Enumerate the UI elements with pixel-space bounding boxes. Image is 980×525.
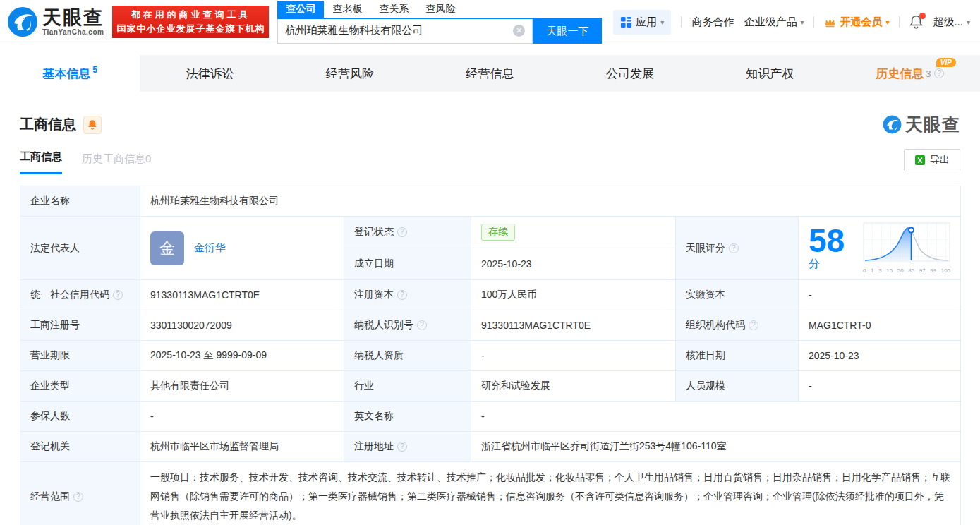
- notifications-bell[interactable]: [909, 15, 923, 29]
- help-icon[interactable]: ?: [934, 68, 944, 78]
- menu-apps[interactable]: 应用 ▾: [613, 10, 671, 35]
- approval-date-value: 2025-10-23: [799, 341, 961, 371]
- reg-number-label: 工商注册号: [20, 310, 140, 341]
- reg-capital-label: 注册资本?: [344, 280, 471, 310]
- help-icon[interactable]: ?: [73, 492, 83, 502]
- menu-enterprise[interactable]: 企业级产品 ▾: [744, 16, 804, 29]
- search-button[interactable]: 天眼一下: [533, 19, 602, 44]
- taxpayer-quality-value: -: [471, 341, 676, 371]
- company-name-value: 杭州珀莱雅生物科技有限公司: [140, 186, 961, 217]
- site-header: 天眼查 TianYanCha.com 都在用的商业查询工具 国家中小企业发展子基…: [0, 0, 980, 44]
- score-axis-ticks: 0131550859799100: [863, 267, 950, 274]
- help-icon[interactable]: ?: [397, 442, 407, 452]
- staff-size-value: -: [799, 371, 961, 402]
- reg-capital-value: 100万人民币: [471, 280, 676, 310]
- score-tick: 85: [908, 267, 914, 274]
- company-type-value: 其他有限责任公司: [140, 371, 344, 402]
- help-icon[interactable]: ?: [397, 290, 407, 300]
- subtab-history-business-info[interactable]: 历史工商信息0: [82, 152, 151, 174]
- divider: [813, 16, 814, 28]
- reg-address-value: 浙江省杭州市临平区乔司街道汀兰街253号4幢106-110室: [471, 432, 961, 462]
- business-scope-label: 经营范围?: [20, 462, 140, 525]
- credit-code-label: 统一社会信用代码?: [20, 280, 140, 310]
- paid-capital-value: -: [799, 280, 961, 310]
- help-icon[interactable]: ?: [729, 243, 739, 253]
- english-name-value: -: [471, 402, 961, 432]
- paid-capital-label: 实缴资本: [676, 280, 799, 310]
- table-row: 企业名称 杭州珀莱雅生物科技有限公司: [20, 186, 961, 217]
- tab-operating-info[interactable]: 经营信息: [420, 55, 559, 92]
- crown-icon: [824, 17, 836, 28]
- org-code-label: 组织机构代码?: [676, 310, 799, 341]
- chevron-down-icon: ▾: [967, 18, 970, 26]
- score-tick: 1: [871, 267, 873, 274]
- help-icon[interactable]: ?: [417, 320, 427, 330]
- brand-domain: TianYanCha.com: [42, 29, 104, 36]
- search-tab-risk[interactable]: 查风险: [417, 1, 464, 18]
- taxpayer-id-value: 91330113MAG1CTRT0E: [471, 310, 676, 341]
- insured-count-label: 参保人数: [20, 402, 140, 432]
- search-tab-company[interactable]: 查公司: [277, 1, 324, 18]
- tyc-score-label: 天眼评分?: [676, 217, 799, 280]
- tab-legal[interactable]: 法律诉讼: [140, 55, 279, 92]
- menu-apps-label: 应用: [636, 16, 657, 29]
- tab-history-info[interactable]: 历史信息 3 ? VIP: [840, 55, 980, 92]
- menu-business[interactable]: 商务合作: [691, 16, 734, 29]
- legal-rep-link[interactable]: 金衍华: [194, 241, 226, 255]
- score-tick: 15: [886, 267, 893, 274]
- help-icon[interactable]: ?: [113, 290, 123, 300]
- subscribe-bell-button[interactable]: [83, 116, 102, 134]
- search-tab-relation[interactable]: 查关系: [370, 1, 417, 18]
- vip-badge: VIP: [936, 58, 956, 67]
- tab-count: 3: [926, 68, 931, 79]
- chevron-down-icon: ▾: [660, 18, 664, 26]
- menu-vip[interactable]: 开通会员 ▾: [824, 16, 889, 29]
- menu-more[interactable]: 超级... ▾: [933, 16, 970, 29]
- excel-icon: [914, 155, 926, 166]
- reg-address-label: 注册地址?: [344, 432, 471, 462]
- score-tick: 99: [930, 267, 936, 274]
- reg-authority-label: 登记机关: [20, 432, 140, 462]
- help-icon[interactable]: ?: [749, 320, 758, 330]
- promo-line2: 国家中小企业发展子基金旗下机构: [116, 22, 265, 36]
- apps-grid-icon: [620, 16, 632, 28]
- table-row: 登记机关 杭州市临平区市场监督管理局 注册地址? 浙江省杭州市临平区乔司街道汀兰…: [20, 432, 961, 462]
- avatar[interactable]: 金: [150, 231, 184, 265]
- help-icon[interactable]: ?: [397, 227, 407, 237]
- tyc-score-widget[interactable]: 58分: [809, 222, 950, 274]
- establish-date-label: 成立日期: [344, 248, 471, 280]
- status-badge: 存续: [481, 224, 515, 241]
- industry-label: 行业: [344, 371, 471, 402]
- credit-code-value: 91330113MAG1CTRT0E: [140, 280, 344, 310]
- reg-authority-value: 杭州市临平区市场监督管理局: [140, 432, 344, 462]
- promo-banner[interactable]: 都在用的商业查询工具 国家中小企业发展子基金旗下机构: [112, 6, 269, 38]
- score-tick: 3: [878, 267, 881, 274]
- company-nav-tabs: 基本信息 5 法律诉讼 经营风险 经营信息 公司发展 知识产权 历史信息 3 ?…: [0, 55, 980, 92]
- section-title: 工商信息: [20, 115, 76, 134]
- watermark-logo: 天眼查: [883, 113, 960, 136]
- search-input[interactable]: [278, 19, 532, 43]
- bell-icon: [87, 119, 97, 130]
- taxpayer-quality-label: 纳税人资质: [344, 341, 471, 371]
- tianyancha-logo[interactable]: 天眼查 TianYanCha.com: [7, 6, 104, 37]
- tab-count: 5: [92, 65, 97, 75]
- tab-company-development[interactable]: 公司发展: [560, 55, 700, 92]
- table-row: 营业期限 2025-10-23 至 9999-09-09 纳税人资质 - 核准日…: [20, 341, 961, 371]
- tab-intellectual-property[interactable]: 知识产权: [700, 55, 840, 92]
- search-tab-boss[interactable]: 查老板: [324, 1, 370, 18]
- tab-operating-risk[interactable]: 经营风险: [280, 55, 420, 92]
- chevron-down-icon: ▾: [800, 18, 804, 26]
- tianyancha-logo-icon: [7, 6, 38, 37]
- promo-line1: 都在用的商业查询工具: [131, 8, 250, 22]
- business-term-value: 2025-10-23 至 9999-09-09: [140, 341, 344, 371]
- org-code-value: MAG1CTRT-0: [799, 310, 961, 341]
- search-area: 查公司 查老板 查关系 查风险 ✕ 天眼一下: [277, 1, 602, 44]
- tab-basic-info[interactable]: 基本信息 5: [0, 55, 140, 92]
- export-button[interactable]: 导出: [904, 149, 960, 171]
- watermark-text: 天眼查: [905, 113, 960, 136]
- industry-value: 研究和试验发展: [471, 371, 676, 402]
- score-tick: 100: [941, 267, 950, 274]
- search-tabs: 查公司 查老板 查关系 查风险: [277, 1, 602, 18]
- company-name-label: 企业名称: [20, 186, 140, 217]
- subtab-business-info[interactable]: 工商信息: [20, 150, 62, 174]
